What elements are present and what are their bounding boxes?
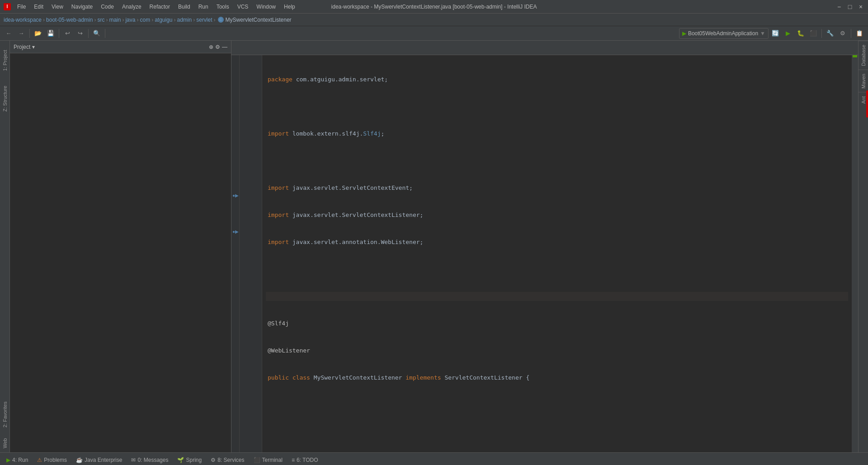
spring-tab[interactable]: 🌱 Spring (173, 453, 206, 465)
refresh-button[interactable]: 🔄 (769, 28, 781, 39)
code-line-4 (266, 156, 848, 165)
web-tool-button[interactable]: Web (1, 434, 9, 452)
update-button[interactable]: 🔧 (824, 28, 836, 39)
code-line-5: import javax.servlet.ServletContextEvent… (266, 183, 848, 193)
maximize-button[interactable]: □ (846, 3, 854, 10)
problems-icon: ⚠ (37, 457, 42, 463)
menu-file[interactable]: File (14, 3, 29, 11)
code-line-1: package com.atguigu.admin.servlet; (266, 75, 848, 84)
problems-tab[interactable]: ⚠ Problems (33, 453, 71, 465)
breadcrumb-module[interactable]: boot-05-web-admin (46, 17, 93, 23)
debug-button[interactable]: 🐛 (795, 28, 807, 39)
code-line-3: import lombok.extern.slf4j.Slf4j; (266, 129, 848, 138)
code-line-10: @Slf4j (266, 319, 848, 328)
back-button[interactable]: ← (3, 28, 14, 39)
window-title: idea-workspace - MySwervletContextListen… (331, 4, 537, 10)
je-label: Java Enterprise (85, 457, 122, 463)
java-enterprise-tab[interactable]: ☕ Java Enterprise (71, 453, 127, 465)
main-toolbar: ← → 📂 💾 ↩ ↪ 🔍 ▶ Boot05WebAdminApplicatio… (0, 26, 868, 41)
breadcrumb-current: MySwervletContextListener (226, 17, 292, 23)
structure-tool-button[interactable]: Z: Structure (1, 80, 9, 117)
todo-label: 6: TODO (297, 457, 318, 463)
menu-analyze[interactable]: Analyze (118, 3, 145, 11)
favorites-tool-button[interactable]: 2: Favorites (1, 396, 9, 432)
run-button[interactable]: ▶ (782, 28, 794, 39)
breadcrumb-com[interactable]: com (140, 17, 150, 23)
run-config-selector[interactable]: ▶ Boot05WebAdminApplication ▼ (679, 28, 769, 39)
code-line-9 (266, 292, 848, 301)
services-tab[interactable]: ⚙ 8: Services (206, 453, 249, 465)
msg-label: 0: Messages (137, 457, 168, 463)
error-stripe (852, 55, 858, 452)
terminal-icon: ⬛ (254, 457, 260, 463)
run-indicator-16[interactable]: ●▶ (231, 191, 240, 200)
title-bar: I FileEditViewNavigateCodeAnalyzeRefacto… (0, 0, 868, 14)
code-line-11: @WebListener (266, 346, 848, 355)
database-tab[interactable]: Database (859, 41, 868, 70)
maven-tab[interactable]: Maven (859, 70, 868, 92)
locate-button[interactable]: ⊕ (209, 44, 213, 50)
stop-button[interactable]: ⬛ (807, 28, 819, 39)
vcs-button[interactable]: 📋 (854, 28, 865, 39)
menu-help[interactable]: Help (280, 3, 299, 11)
menu-vcs[interactable]: VCS (234, 3, 252, 11)
breadcrumb-workspace[interactable]: idea-workspace (4, 17, 42, 23)
forward-button[interactable]: → (15, 28, 27, 39)
breadcrumb-src[interactable]: src (97, 17, 104, 23)
project-tree (10, 53, 231, 452)
minimize-button[interactable]: − (835, 3, 843, 10)
code-line-2 (266, 102, 848, 111)
menu-edit[interactable]: Edit (30, 3, 47, 11)
window-controls[interactable]: − □ × (835, 3, 864, 10)
redo-button[interactable]: ↪ (74, 28, 86, 39)
panel-settings-button[interactable]: ⚙ (215, 44, 220, 50)
breadcrumb-atguigu[interactable]: atguigu (155, 17, 172, 23)
msg-icon: ✉ (131, 457, 136, 463)
gutter-icons: ●▶ ●▶ (231, 55, 240, 452)
menu-run[interactable]: Run (195, 3, 212, 11)
run-tab-icon: ▶ (6, 457, 10, 463)
editor-content: ●▶ ●▶ package com.atguigu.admin.servlet;… (231, 55, 858, 452)
code-line-14 (266, 427, 848, 437)
menu-build[interactable]: Build (175, 3, 194, 11)
terminal-tab[interactable]: ⬛ Terminal (249, 453, 287, 465)
project-panel-title: Project ▾ (14, 44, 35, 50)
editor-tabs (231, 41, 858, 55)
close-button[interactable]: × (857, 3, 864, 10)
code-line-7: import javax.servlet.annotation.WebListe… (266, 238, 848, 247)
services-icon: ⚙ (211, 457, 216, 463)
project-panel: Project ▾ ⊕ ⚙ — (10, 41, 231, 452)
app-icon: I (4, 3, 11, 10)
menu-tools[interactable]: Tools (213, 3, 233, 11)
spring-label: Spring (186, 457, 202, 463)
code-line-13 (266, 400, 848, 409)
save-button[interactable]: 💾 (45, 28, 57, 39)
search-everywhere-button[interactable]: 🔍 (91, 28, 103, 39)
messages-tab[interactable]: ✉ 0: Messages (127, 453, 173, 465)
breadcrumb: idea-workspace › boot-05-web-admin › src… (0, 14, 868, 26)
code-line-12: public class MySwervletContextListener i… (266, 373, 848, 382)
panel-collapse-button[interactable]: — (222, 44, 227, 50)
breadcrumb-admin[interactable]: admin (177, 17, 192, 23)
breadcrumb-java[interactable]: java (125, 17, 135, 23)
menu-view[interactable]: View (48, 3, 67, 11)
code-line-8 (266, 265, 848, 274)
menu-refactor[interactable]: Refactor (146, 3, 174, 11)
code-editor[interactable]: package com.atguigu.admin.servlet; impor… (262, 55, 852, 452)
todo-tab[interactable]: ≡ 6: TODO (287, 453, 323, 465)
project-tool-button[interactable]: 1: Project (1, 42, 9, 79)
left-sidebar-icons: 1: Project Z: Structure 2: Favorites Web (0, 41, 10, 452)
run-indicator-21[interactable]: ●▶ (231, 227, 240, 236)
settings-button[interactable]: ⚙ (837, 28, 849, 39)
menu-navigate[interactable]: Navigate (68, 3, 96, 11)
open-file-button[interactable]: 📂 (32, 28, 44, 39)
breadcrumb-main[interactable]: main (109, 17, 121, 23)
undo-button[interactable]: ↩ (61, 28, 73, 39)
run-tab-label: 4: Run (12, 457, 28, 463)
menu-code[interactable]: Code (97, 3, 118, 11)
run-tab[interactable]: ▶ 4: Run (2, 453, 33, 465)
menu-window[interactable]: Window (253, 3, 279, 11)
breadcrumb-servlet[interactable]: servlet (196, 17, 212, 23)
menu-bar: FileEditViewNavigateCodeAnalyzeRefactorB… (14, 3, 299, 11)
line-numbers (240, 55, 262, 452)
